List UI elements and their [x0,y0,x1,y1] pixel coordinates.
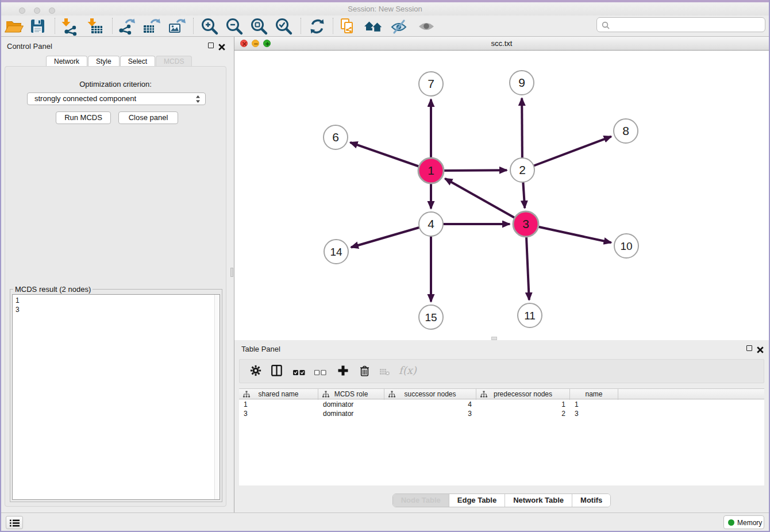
float-panel-icon[interactable] [208,43,214,48]
network-window-titlebar: scc.txt [234,37,769,51]
table-cell: 4 [384,400,476,410]
tab-motifs[interactable]: Motifs [572,494,610,507]
close-panel-icon[interactable] [218,43,225,49]
zoom-selected-icon[interactable] [274,17,294,36]
graph-node-label-3: 3 [522,217,529,230]
network-canvas[interactable]: 1234678910111415 [234,51,769,340]
mcds-result-title: MCDS result (2 nodes) [13,285,93,294]
mcds-result-lines: 13 [16,296,217,314]
graph-node-label-10: 10 [620,240,632,252]
task-history-button[interactable] [6,516,23,529]
table-cell: dominator [318,410,384,419]
result-line: 3 [16,305,217,314]
zoom-fit-icon[interactable] [249,17,269,36]
toolbar-separator [301,18,301,34]
import-table-icon[interactable] [86,17,106,36]
column-header-successor-nodes[interactable]: successor nodes [384,389,476,400]
memory-label: Memory [737,519,762,527]
divider-grip[interactable] [230,268,233,277]
column-header-MCDS-role[interactable]: MCDS role [318,389,384,400]
refresh-view-icon[interactable] [307,17,327,36]
optimization-criterion-dropdown[interactable]: strongly connected component [27,92,206,105]
tab-edge-table[interactable]: Edge Table [449,494,505,507]
zoom-in-icon[interactable] [200,17,220,36]
network-window-title: scc.txt [234,39,769,48]
memory-button[interactable]: Memory [723,515,764,529]
table-panel-title: Table Panel [241,345,280,353]
close-table-panel-icon[interactable] [757,345,764,352]
mcds-panel-body: Optimization criterion: strongly connect… [5,66,226,507]
memory-status-dot [728,519,734,526]
tab-select[interactable]: Select [120,56,155,67]
clone-network-icon[interactable] [337,17,357,36]
home-layout-icon[interactable] [364,17,383,36]
graph-node-label-14: 14 [330,246,342,258]
status-bar: Memory [1,512,769,531]
table-body: 1dominator4113dominator323 [239,400,764,485]
mcds-result-textarea[interactable]: 13 [12,294,220,500]
table-panel-tabs: Node Table Edge Table Network Table Moti… [234,494,769,507]
export-image-icon[interactable] [167,17,186,36]
select-all-checkboxes-icon[interactable] [293,368,305,378]
list-icon [10,519,20,527]
graph-node-label-8: 8 [622,124,629,137]
table-toolbar: f(x) [239,359,764,383]
run-mcds-button[interactable]: Run MCDS [56,111,111,124]
graph-node-label-7: 7 [428,77,434,90]
columns-icon[interactable] [271,365,282,379]
optimization-criterion-label: Optimization criterion: [5,80,226,88]
search-icon [602,21,610,29]
control-panel-tabs: Network Style Select MCDS [46,56,192,67]
open-session-icon[interactable] [4,17,24,36]
graph-edge-2-8[interactable] [522,137,611,170]
network-graph[interactable]: 1234678910111415 [234,51,769,340]
tab-network-table[interactable]: Network Table [505,494,572,507]
result-scrollbar[interactable] [214,295,220,499]
column-header-predecessor-nodes[interactable]: predecessor nodes [476,389,570,400]
graph-node-label-4: 4 [428,217,434,230]
graph-node-label-15: 15 [425,311,437,323]
column-header-name[interactable]: name [570,389,618,400]
mcds-result-group: MCDS result (2 nodes) 13 [10,289,222,502]
chevron-up-down-icon [195,95,201,103]
delete-column-trash-icon[interactable] [360,365,369,379]
table-cell: 2 [476,410,570,419]
toolbar-separator [333,18,333,34]
function-builder-icon: f(x) [399,364,417,376]
float-table-panel-icon[interactable] [746,345,752,351]
toolbar-separator [55,18,55,34]
table-cell: 3 [239,410,318,419]
tab-mcds[interactable]: MCDS [156,56,192,67]
import-network-icon[interactable] [60,17,80,36]
table-row[interactable]: 3dominator323 [239,410,764,419]
add-column-icon[interactable] [337,365,349,379]
graph-node-label-9: 9 [518,76,525,89]
show-all-eye-icon[interactable] [417,17,436,36]
deselect-all-checkboxes-icon[interactable] [314,368,326,378]
delete-table-icon-disabled [380,368,390,378]
tab-style[interactable]: Style [88,56,120,67]
table-panel: Table Panel [234,340,769,512]
panel-divider[interactable] [230,37,234,512]
table-row[interactable]: 1dominator411 [239,400,764,410]
hide-selected-eye-icon[interactable] [389,17,409,36]
close-panel-button[interactable]: Close panel [118,111,178,124]
export-table-icon[interactable] [141,17,161,36]
table-cell: 1 [476,400,570,410]
search-box [596,17,765,32]
table-cell: 1 [570,400,618,410]
export-network-icon[interactable] [117,17,136,36]
window-title: Session: New Session [1,5,769,13]
table-cell: 1 [239,400,318,410]
search-input[interactable] [613,19,761,30]
control-panel: Control Panel Network Style Select MCDS … [1,37,230,512]
tab-network[interactable]: Network [46,56,87,67]
tab-node-table[interactable]: Node Table [393,494,449,507]
column-header-shared-name[interactable]: shared name [239,389,318,400]
zoom-out-icon[interactable] [225,17,244,36]
save-session-icon[interactable] [28,17,48,36]
dropdown-value: strongly connected component [34,94,136,103]
control-panel-title: Control Panel [7,42,52,51]
gear-icon[interactable] [250,365,261,379]
graph-edge-3-1[interactable] [445,179,526,224]
